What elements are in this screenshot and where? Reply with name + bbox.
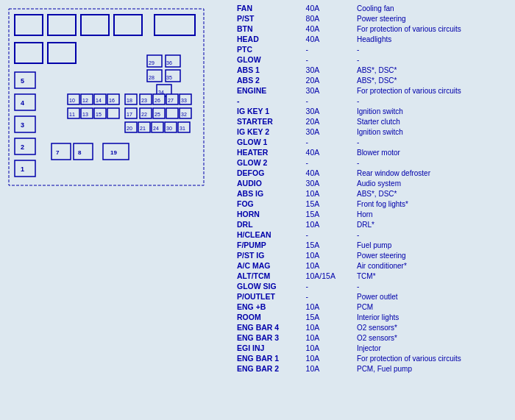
fuse-desc: ABS*, DSC*: [354, 188, 512, 199]
fuse-amp: 20A: [303, 116, 354, 127]
table-row: H/CLEAN--: [234, 229, 512, 240]
svg-text:29: 29: [149, 60, 154, 65]
svg-text:30: 30: [166, 126, 172, 131]
fuse-amp: 20A: [303, 75, 354, 85]
fuse-name: P/ST: [234, 13, 303, 24]
fuse-amp: 10A: [303, 250, 354, 260]
fuse-desc: O2 sensors*: [354, 322, 512, 332]
fuse-amp: 30A: [303, 106, 354, 116]
table-row: P/OUTLET-Power outlet: [234, 291, 512, 302]
table-row: EGI INJ10AInjector: [234, 343, 512, 353]
fuse-desc: ABS*, DSC*: [354, 75, 512, 85]
fuse-desc: Starter clutch: [354, 116, 512, 127]
fuse-name: ENG BAR 2: [234, 363, 303, 374]
fuse-amp: -: [303, 44, 354, 54]
table-row: P/ST80APower steering: [234, 13, 512, 24]
svg-rect-1: [48, 15, 76, 35]
table-row: ENG BAR 410AO2 sensors*: [234, 322, 512, 332]
fuse-name: ENG +B: [234, 302, 303, 312]
fuse-desc: PCM, Fuel pump: [354, 363, 512, 374]
fuse-amp: -: [303, 137, 354, 147]
fuse-desc: For protection of various circuits: [354, 24, 512, 34]
fuse-amp: 10A: [303, 353, 354, 363]
fuse-table: FAN40ACooling fanP/ST80APower steeringBT…: [228, 0, 515, 420]
fuse-desc: TCM*: [354, 271, 512, 281]
table-row: STARTER20AStarter clutch: [234, 116, 512, 127]
fuse-amp: 40A: [303, 3, 354, 13]
table-row: HORN15AHorn: [234, 209, 512, 219]
table-row: P/ST IG10APower steering: [234, 250, 512, 260]
svg-text:17: 17: [127, 112, 132, 117]
fuse-name: ABS IG: [234, 188, 303, 199]
fuse-amp: 15A: [303, 199, 354, 209]
fuse-desc: ABS*, DSC*: [354, 65, 512, 75]
fuse-name: EGI INJ: [234, 343, 303, 353]
fuse-name: P/OUTLET: [234, 291, 303, 302]
fuse-desc: Front fog lights*: [354, 199, 512, 209]
fuse-desc: -: [354, 96, 512, 106]
table-row: ABS 130AABS*, DSC*: [234, 65, 512, 75]
fuse-name: HEATER: [234, 147, 303, 157]
fuse-amp: 10A/15A: [303, 271, 354, 281]
fuse-desc: Ignition switch: [354, 106, 512, 116]
fuse-desc: -: [354, 229, 512, 240]
table-row: FAN40ACooling fan: [234, 3, 512, 13]
fuse-name: HEAD: [234, 34, 303, 44]
fuse-amp: -: [303, 229, 354, 240]
svg-rect-70: [15, 160, 35, 177]
svg-text:7: 7: [56, 149, 60, 156]
svg-text:28: 28: [149, 75, 154, 80]
svg-text:12: 12: [82, 98, 88, 103]
table-row: HEAD40AHeadlights: [234, 34, 512, 44]
fuse-name: GLOW SIG: [234, 281, 303, 291]
svg-text:16: 16: [109, 98, 115, 103]
svg-text:22: 22: [141, 112, 147, 117]
fuse-name: ALT/TCM: [234, 271, 303, 281]
fuse-amp: 40A: [303, 24, 354, 34]
fuse-amp: 10A: [303, 260, 354, 271]
svg-rect-2: [81, 15, 109, 35]
svg-text:15: 15: [96, 112, 102, 117]
fuse-name: IG KEY 2: [234, 127, 303, 137]
table-row: AUDIO30AAudio system: [234, 178, 512, 188]
fuse-desc: Interior lights: [354, 312, 512, 322]
svg-rect-68: [15, 138, 35, 154]
fuse-desc: Fuel pump: [354, 240, 512, 250]
svg-text:13: 13: [82, 112, 88, 117]
svg-rect-6: [48, 43, 76, 63]
table-row: GLOW 1--: [234, 137, 512, 147]
fuse-amp: 40A: [303, 168, 354, 178]
fuse-amp: -: [303, 291, 354, 302]
fuse-amp: 10A: [303, 219, 354, 229]
table-row: ABS 220AABS*, DSC*: [234, 75, 512, 85]
fuse-name: P/ST IG: [234, 250, 303, 260]
fuse-name: DEFOG: [234, 168, 303, 178]
table-row: IG KEY 230AIgnition switch: [234, 127, 512, 137]
fuse-amp: 10A: [303, 188, 354, 199]
table-row: GLOW 2--: [234, 157, 512, 168]
svg-text:32: 32: [181, 112, 187, 117]
svg-rect-18: [15, 72, 35, 88]
svg-text:3: 3: [21, 121, 24, 129]
svg-text:8: 8: [78, 149, 82, 156]
table-row: FOG15AFront fog lights*: [234, 199, 512, 209]
fuse-name: STARTER: [234, 116, 303, 127]
svg-rect-5: [15, 43, 43, 63]
fuse-name: GLOW: [234, 54, 303, 65]
fuse-desc: -: [354, 44, 512, 54]
svg-rect-0: [15, 15, 43, 35]
table-row: ENG BAR 110AFor protection of various ci…: [234, 353, 512, 363]
fuse-desc: Cooling fan: [354, 3, 512, 13]
fuse-name: ABS 2: [234, 75, 303, 85]
fuse-name: GLOW 2: [234, 157, 303, 168]
fuse-amp: 10A: [303, 302, 354, 312]
table-row: PTC--: [234, 44, 512, 54]
table-row: ENG BAR 210APCM, Fuel pump: [234, 363, 512, 374]
fuse-name: PTC: [234, 44, 303, 54]
svg-text:36: 36: [166, 60, 172, 65]
fuse-desc: O2 sensors*: [354, 332, 512, 343]
fuse-amp: -: [303, 96, 354, 106]
table-row: HEATER40ABlower motor: [234, 147, 512, 157]
table-row: ALT/TCM10A/15ATCM*: [234, 271, 512, 281]
svg-text:5: 5: [21, 77, 24, 85]
